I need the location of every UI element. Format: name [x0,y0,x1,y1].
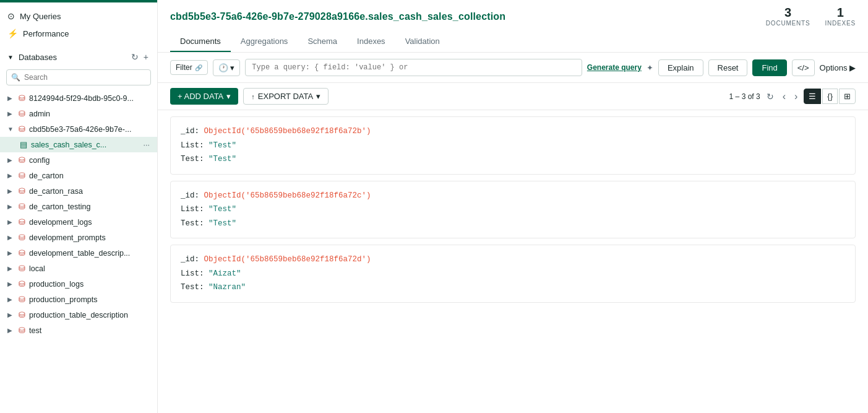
export-data-button[interactable]: ↑ EXPORT DATA ▾ [243,88,329,105]
main-header: cbd5b5e3-75a6-426e-9b7e-279028a9166e.sal… [158,0,868,53]
test-db-icon: ⛁ [19,326,25,335]
databases-label: Databases [19,53,57,62]
development-prompts-name: development_prompts [29,233,106,242]
generate-query-link[interactable]: Generate query [587,63,642,72]
add-database-button[interactable]: + [142,51,150,63]
de-carton-testing-db-icon: ⛁ [19,202,25,211]
db-item-local[interactable]: ▶ ⛁ local [0,261,157,276]
action-bar: + ADD DATA ▾ ↑ EXPORT DATA ▾ 1 – 3 of 3 … [158,83,868,110]
sidebar-item-performance[interactable]: ⚡ Performance [0,25,157,42]
doc1-field-id: _id: ObjectId('65b8659beb68e92f18f6a72b'… [181,124,845,139]
doc2-value-test: "Test" [208,219,236,228]
reset-button[interactable]: Reset [708,59,748,76]
db-item-db1[interactable]: ▶ ⛁ 8124994d-5f29-4bdb-95c0-9... [0,90,157,106]
add-data-button[interactable]: + ADD DATA ▾ [170,88,238,105]
document-card-2: _id: ObjectId('65b8659beb68e92f18f6a72c'… [170,181,856,239]
production-logs-name: production_logs [29,280,84,289]
search-input[interactable] [6,69,151,85]
title-stats: 3 DOCUMENTS 1 INDEXES [766,6,856,27]
development-logs-chevron-icon: ▶ [7,219,15,225]
documents-count: 3 [766,6,810,19]
production-logs-db-icon: ⛁ [19,279,25,289]
doc3-field-test: Test: "Nazran" [181,280,845,295]
filter-button[interactable]: Filter 🔗 [170,60,208,75]
test-name: test [29,326,41,335]
db-item-de-carton[interactable]: ▶ ⛁ de_carton [0,168,157,183]
de-carton-rasa-chevron-icon: ▶ [7,188,15,194]
db-item-production-prompts[interactable]: ▶ ⛁ production_prompts [0,292,157,307]
options-button[interactable]: Options ▶ [820,63,856,72]
local-chevron-icon: ▶ [7,265,15,272]
tab-aggregations[interactable]: Aggregations [231,32,298,52]
search-icon: 🔍 [11,73,20,82]
tab-indexes[interactable]: Indexes [347,32,395,52]
view-toggle: ☰ {} ⊞ [804,89,856,104]
tab-schema[interactable]: Schema [298,32,347,52]
explain-button[interactable]: Explain [658,59,703,76]
collection-icon-sales-cash: ▤ [20,140,27,149]
databases-section-header[interactable]: ▼ Databases ↻ + [0,47,157,67]
performance-label: Performance [23,29,69,38]
doc1-key-list: List [181,141,199,150]
db-item-admin[interactable]: ▶ ⛁ admin [0,106,157,121]
de-carton-rasa-name: de_carton_rasa [29,187,83,196]
databases-chevron-icon: ▼ [7,54,14,61]
test-chevron-icon: ▶ [7,327,15,334]
development-table-descrip-name: development_table_descrip... [29,249,130,258]
sparkle-icon: ✦ [647,63,653,72]
next-page-button[interactable]: › [792,90,800,103]
query-input[interactable] [245,59,582,76]
history-button[interactable]: 🕐 ▾ [213,59,241,76]
main-content: cbd5b5e3-75a6-426e-9b7e-279028a9166e.sal… [158,0,868,413]
production-prompts-db-icon: ⛁ [19,295,25,304]
de-carton-db-icon: ⛁ [19,171,25,180]
view-list-button[interactable]: ☰ [804,89,821,104]
action-bar-left: + ADD DATA ▾ ↑ EXPORT DATA ▾ [170,88,329,105]
documents-stat: 3 DOCUMENTS [766,6,810,27]
sidebar-item-my-queries[interactable]: ⊙ My Queries [0,7,157,25]
db-item-config[interactable]: ▶ ⛁ config [0,152,157,168]
tab-documents[interactable]: Documents [170,32,231,52]
refresh-button[interactable]: ↻ [764,90,776,103]
query-toolbar: Filter 🔗 🕐 ▾ Generate query ✦ Explain Re… [158,53,868,83]
db-item-development-prompts[interactable]: ▶ ⛁ development_prompts [0,230,157,245]
prev-page-button[interactable]: ‹ [780,90,788,103]
db-item-cbd[interactable]: ▼ ⛁ cbd5b5e3-75a6-426e-9b7e-... [0,121,157,137]
doc1-field-list: List: "Test" [181,139,845,153]
cbd-name: cbd5b5e3-75a6-426e-9b7e-... [29,125,131,134]
doc3-value-list: "Aizat" [208,269,241,278]
db-item-production-table-description[interactable]: ▶ ⛁ production_table_description [0,307,157,323]
databases-section-actions: ↻ + [130,51,150,63]
db-item-de-carton-rasa[interactable]: ▶ ⛁ de_carton_rasa [0,183,157,199]
development-prompts-chevron-icon: ▶ [7,234,15,241]
db-item-production-logs[interactable]: ▶ ⛁ production_logs [0,276,157,292]
view-table-button[interactable]: ⊞ [839,89,856,104]
db-item-development-logs[interactable]: ▶ ⛁ development_logs [0,214,157,230]
local-name: local [29,264,45,273]
doc2-key-test: Test [181,219,199,228]
tab-validation[interactable]: Validation [395,32,450,52]
find-button[interactable]: Find [752,59,786,76]
document-list: _id: ObjectId('65b8659beb68e92f18f6a72b'… [158,110,868,413]
doc1-key-test: Test [181,155,199,163]
doc2-value-id: ObjectId('65b8659beb68e92f18f6a72c') [204,191,371,200]
collection-more-icon[interactable]: ··· [144,141,150,149]
view-json-button[interactable]: {} [822,89,838,104]
db1-chevron-icon: ▶ [7,95,15,102]
de-carton-testing-chevron-icon: ▶ [7,203,15,210]
my-queries-label: My Queries [20,12,61,21]
refresh-databases-button[interactable]: ↻ [130,51,140,63]
db-item-development-table-descrip[interactable]: ▶ ⛁ development_table_descrip... [0,245,157,261]
db-item-test[interactable]: ▶ ⛁ test [0,323,157,338]
indexes-label: INDEXES [825,20,856,27]
db-item-de-carton-testing[interactable]: ▶ ⛁ de_carton_testing [0,199,157,214]
db1-db-icon: ⛁ [19,93,25,103]
main-title-row: cbd5b5e3-75a6-426e-9b7e-279028a9166e.sal… [170,6,856,27]
admin-chevron-icon: ▶ [7,110,15,117]
doc3-key-test: Test [181,283,199,292]
more-options-button[interactable]: </> [792,59,815,76]
database-list: ▶ ⛁ 8124994d-5f29-4bdb-95c0-9... ▶ ⛁ adm… [0,90,157,413]
collection-item-sales-cash[interactable]: ▤ sales_cash_sales_c... ··· [0,137,157,152]
filter-link-icon: 🔗 [195,64,202,71]
search-box: 🔍 [6,69,151,85]
